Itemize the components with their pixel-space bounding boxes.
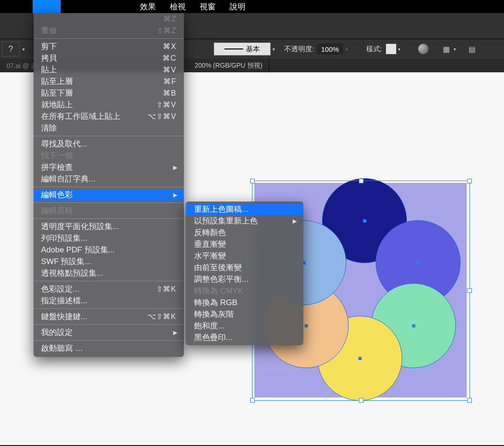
handle-bot-left[interactable] [250, 398, 255, 403]
help-box[interactable]: ? [2, 42, 20, 56]
color-submenu-item-7[interactable]: 調整色彩平衡... [186, 273, 303, 285]
edit-menu-item-3[interactable]: 剪下⌘X [34, 41, 184, 52]
edit-menu-item-19: 編輯原稿 [34, 205, 184, 216]
menu-item-label: 調整色彩平衡... [194, 274, 248, 285]
menu-item-label: SWF 預設集... [41, 256, 176, 267]
menu-item-label: 編輯原稿 [41, 205, 176, 216]
edit-menu-sep [34, 340, 184, 341]
doc-tab-active[interactable]: 200% (RGB/GPU 預視) [188, 59, 269, 73]
handle-bot-center[interactable] [359, 398, 364, 403]
menu-item-label: 啟動聽寫 … [41, 343, 176, 354]
edit-menu-item-24[interactable]: SWF 預設集... [34, 256, 184, 267]
edit-menu-item-7[interactable]: 貼至下層⌘B [34, 87, 184, 99]
edit-menu-sep [34, 324, 184, 325]
menu-item-label: 列印預設集... [41, 233, 176, 244]
edit-menu-item-14[interactable]: 拼字檢查▶ [34, 161, 184, 173]
edit-menu-item-30[interactable]: 鍵盤快捷鍵...⌥⇧⌘K [34, 311, 184, 322]
menu-item-label: 以預設集重新上色 [194, 216, 258, 226]
menu-view[interactable]: 檢視 [170, 1, 186, 12]
menu-item-label: 透明度平面化預設集... [41, 221, 176, 232]
handle-bot-right[interactable] [467, 398, 472, 403]
menubar: 效果 檢視 視窗 說明 [0, 0, 504, 13]
menu-window[interactable]: 視窗 [200, 1, 216, 12]
menu-help[interactable]: 說明 [230, 1, 245, 12]
edit-menu-item-23[interactable]: Adobe PDF 預設集... [34, 244, 184, 256]
edit-menu-item-25[interactable]: 透視格點預設集... [34, 267, 184, 279]
edit-menu-item-32[interactable]: 我的設定▶ [34, 327, 184, 338]
align-grid-icon[interactable]: ▦ [441, 44, 452, 54]
menu-item-label: 反轉顏色 [194, 227, 226, 238]
style-label: 樣式: [366, 45, 382, 54]
menu-item-label: 尋找及取代... [41, 139, 176, 149]
menu-item-label: 清除 [41, 123, 176, 133]
menu-shortcut: ⌘F [163, 77, 176, 86]
edit-menu-item-4[interactable]: 拷貝⌘C [34, 52, 184, 64]
edit-menu-item-21[interactable]: 透明度平面化預設集... [34, 221, 184, 232]
edit-menu-item-27[interactable]: 色彩設定...⇧⌘K [34, 283, 184, 295]
menu-effects[interactable]: 效果 [140, 1, 156, 12]
handle-top-center[interactable] [359, 179, 364, 183]
edit-menu-item-34[interactable]: 啟動聽寫 … [34, 342, 184, 354]
menu-shortcut: ⌘Z [163, 14, 176, 23]
menu-item-label: 貼至下層 [41, 88, 157, 98]
menu-item-label: 轉換為 RGB [194, 297, 238, 308]
color-submenu-item-1[interactable]: 以預設集重新上色▶ [186, 215, 303, 227]
menu-item-label: 拷貝 [41, 53, 157, 63]
edit-menu-item-17[interactable]: 編輯色彩▶ [34, 189, 184, 201]
stroke-profile-label: 基本 [246, 45, 260, 54]
menu-item-label: 就地貼上 [41, 99, 151, 110]
color-submenu-item-9[interactable]: 轉換為 RGB [186, 297, 303, 308]
edit-menu-item-5[interactable]: 貼上⌘V [34, 64, 184, 76]
edit-colors-submenu: 重新上色圖稿...以預設集重新上色▶反轉顏色垂直漸變水平漸變由前至後漸變調整色彩… [186, 202, 303, 345]
handle-mid-right[interactable] [467, 288, 472, 293]
menu-item-label: 貼至上層 [41, 76, 158, 87]
edit-menu-item-28[interactable]: 指定描述檔... [34, 295, 184, 307]
graphic-style-swatch[interactable] [386, 44, 396, 54]
menu-item-label: 找下一個 [41, 150, 176, 161]
color-submenu-item-0[interactable]: 重新上色圖稿... [186, 203, 303, 215]
edit-menu-sep [34, 218, 184, 219]
menubar-active-highlight [33, 0, 61, 13]
opacity-chevron-icon[interactable]: › [346, 47, 347, 52]
chevron-down-icon[interactable]: ▾ [273, 47, 275, 52]
submenu-arrow-icon: ▶ [293, 218, 297, 224]
menu-item-label: 編輯自訂字典... [41, 174, 176, 184]
edit-menu-sep [34, 136, 184, 136]
opacity-value[interactable]: 100% [317, 43, 343, 55]
color-submenu-item-6[interactable]: 由前至後漸變 [186, 262, 303, 273]
handle-top-right[interactable] [467, 179, 472, 183]
color-submenu-item-4[interactable]: 垂直漸變 [186, 238, 303, 250]
edit-menu-item-8[interactable]: 就地貼上⇧⌘V [34, 99, 184, 111]
edit-menu-sep [34, 202, 184, 203]
menu-item-label: 飽和度... [194, 321, 224, 331]
arrange-panels-icon[interactable]: ▤ [467, 44, 477, 54]
edit-menu-item-22[interactable]: 列印預設集... [34, 232, 184, 244]
color-submenu-item-11[interactable]: 飽和度... [186, 320, 303, 332]
edit-menu-item-10[interactable]: 清除 [34, 122, 184, 134]
help-box-dropdown[interactable]: ▾ [20, 42, 27, 56]
edit-menu: ⌘Z重做⇧⌘Z剪下⌘X拷貝⌘C貼上⌘V貼至上層⌘F貼至下層⌘B就地貼上⇧⌘V在所… [34, 13, 184, 357]
menu-shortcut: ⌘X [163, 42, 176, 51]
menu-item-label: 指定描述檔... [41, 295, 176, 306]
color-submenu-item-10[interactable]: 轉換為灰階 [186, 308, 303, 320]
color-submenu-item-12[interactable]: 黑色疊印... [186, 332, 303, 343]
recolor-globe-icon[interactable] [418, 44, 428, 54]
align-grid-chevron[interactable]: ▾ [454, 47, 456, 52]
menu-item-label: 轉換為 CMYK [194, 286, 243, 296]
edit-menu-item-12[interactable]: 尋找及取代... [34, 138, 184, 150]
menu-item-label: 鍵盤快捷鍵... [41, 311, 142, 322]
edit-menu-sep [34, 187, 184, 187]
edit-menu-sep [34, 308, 184, 309]
color-submenu-item-3[interactable]: 反轉顏色 [186, 227, 303, 238]
edit-menu-item-15[interactable]: 編輯自訂字典... [34, 173, 184, 185]
handle-top-left[interactable] [250, 179, 255, 183]
color-submenu-item-5[interactable]: 水平漸變 [186, 250, 303, 262]
menu-shortcut: ⌘C [162, 54, 176, 63]
style-chevron-icon[interactable]: ▾ [398, 47, 400, 52]
edit-menu-item-9[interactable]: 在所有工作區域上貼上⌥⇧⌘V [34, 111, 184, 122]
stroke-profile[interactable]: 基本 [214, 42, 271, 56]
menu-item-label: 拼字檢查 [41, 162, 176, 173]
edit-menu-item-6[interactable]: 貼至上層⌘F [34, 76, 184, 87]
menu-shortcut: ⌥⇧⌘V [147, 112, 176, 121]
menu-shortcut: ⇧⌘K [156, 285, 176, 293]
